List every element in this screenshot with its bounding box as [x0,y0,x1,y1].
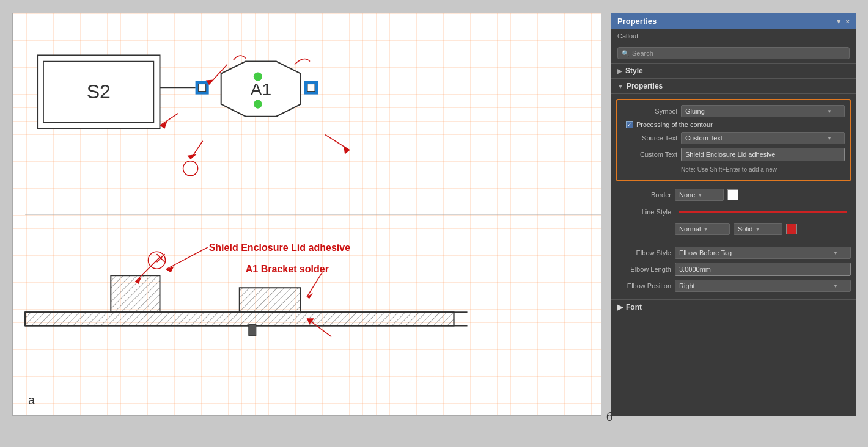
border-dropdown-arrow: ▼ [697,192,702,198]
svg-marker-15 [188,154,197,159]
elbow-position-dropdown[interactable]: Right ▼ [675,280,851,292]
search-icon: 🔍 [622,50,629,57]
custom-text-field[interactable]: Shield Enclosure Lid adhesive [681,148,845,161]
elbow-style-dropdown-container: Elbow Before Tag ▼ [675,247,851,259]
border-line-section: Border None ▼ Line Style Normal ▼ [611,186,856,244]
elbow-length-label: Elbow Length [616,266,671,273]
search-box[interactable]: 🔍 Search [617,47,850,59]
symbol-dropdown-arrow: ▼ [827,109,832,114]
search-placeholder: Search [632,49,653,57]
properties-section-label: Properties [627,82,663,90]
svg-rect-28 [240,288,301,312]
line-color-swatch[interactable] [786,223,797,234]
elbow-length-field-container: 3.0000mm [675,263,851,276]
custom-text-field-container: Shield Enclosure Lid adhesive [681,148,845,161]
processing-label: Processing of the contour [636,121,713,128]
properties-panel: Properties ▼ × Callout 🔍 Search ▶ Style [611,13,856,416]
elbow-section: Elbow Style Elbow Before Tag ▼ Elbow Len… [611,244,856,299]
style-section-header[interactable]: ▶ Style [611,64,856,79]
border-dropdown[interactable]: None ▼ [675,189,724,201]
main-container: S2 A1 [12,13,856,434]
properties-section-header[interactable]: ▼ Properties [611,79,856,94]
processing-checkbox-row[interactable]: ✓ Processing of the contour [622,121,845,128]
panel-header-controls: ▼ × [836,18,850,25]
source-text-label: Source Text [622,134,677,142]
symbol-label: Symbol [622,107,677,115]
svg-marker-18 [344,146,350,154]
svg-rect-10 [307,84,315,92]
panel-header: Properties ▼ × [611,13,856,29]
panel-breadcrumb: Callout [611,29,856,43]
line-normal-arrow: ▼ [703,227,708,232]
custom-text-row: Custom Text Shield Enclosure Lid adhesiv… [622,148,845,161]
elbow-position-value: Right [679,282,695,289]
svg-point-6 [254,100,262,109]
source-text-dropdown-container: Custom Text ▼ [681,132,845,144]
line-normal-dropdown[interactable]: Normal ▼ [675,223,730,235]
svg-text:а: а [28,393,35,407]
font-collapse-arrow: ▶ [617,303,623,311]
border-value: None [679,191,695,198]
svg-rect-9 [199,84,206,92]
svg-text:A1 Bracket solder: A1 Bracket solder [246,263,329,274]
panel-title: Properties [617,16,657,26]
line-solid-arrow: ▼ [755,227,760,232]
elbow-length-row: Elbow Length 3.0000mm [616,263,851,276]
diagram-svg: S2 A1 [13,13,601,415]
border-label: Border [616,191,671,198]
style-collapse-arrow: ▶ [617,68,622,74]
processing-checkbox[interactable]: ✓ [626,121,633,128]
elbow-style-row: Elbow Style Elbow Before Tag ▼ [616,247,851,259]
svg-marker-20 [160,122,167,129]
symbol-value: Gluing [685,107,705,115]
properties-section-content: Symbol Gluing ▼ ✓ Processing of the cont… [616,99,851,181]
search-row: 🔍 Search [611,43,856,64]
svg-line-38 [166,247,208,269]
svg-rect-29 [249,324,256,335]
svg-text:Shield Enclosure Lid adhesive: Shield Enclosure Lid adhesive [209,242,350,253]
elbow-style-label: Elbow Style [616,249,671,256]
font-section-header[interactable]: ▶ Font [611,300,856,314]
elbow-position-row: Elbow Position Right ▼ [616,280,851,292]
source-text-row: Source Text Custom Text ▼ [622,132,845,144]
label-b: б [606,411,612,424]
line-style-label: Line Style [616,208,671,216]
svg-text:S2: S2 [87,81,111,103]
symbol-dropdown-container: Gluing ▼ [681,105,845,117]
line-style-label-row: Line Style [616,206,851,218]
elbow-style-dropdown[interactable]: Elbow Before Tag ▼ [675,247,851,259]
svg-line-41 [307,272,322,297]
note-text: Note: Use Shift+Enter to add a new [622,165,845,175]
source-text-value: Custom Text [685,134,723,142]
font-section: ▶ Font [611,299,856,314]
line-solid-value: Solid [738,225,752,233]
line-style-preview [679,211,847,213]
properties-collapse-arrow: ▼ [617,83,623,90]
diagram-panel: S2 A1 [12,13,601,416]
border-color-swatch[interactable] [727,189,738,200]
elbow-position-dropdown-container: Right ▼ [675,280,851,292]
elbow-position-arrow: ▼ [833,283,838,289]
source-text-dropdown-arrow: ▼ [827,136,832,141]
custom-text-label: Custom Text [622,151,677,158]
elbow-position-label: Elbow Position [616,282,671,289]
symbol-row: Symbol Gluing ▼ [622,105,845,117]
panel-close-button[interactable]: × [846,18,850,25]
line-solid-dropdown[interactable]: Solid ▼ [734,223,782,235]
elbow-length-field[interactable]: 3.0000mm [675,263,851,276]
source-text-dropdown[interactable]: Custom Text ▼ [681,132,845,144]
svg-rect-26 [25,312,454,325]
elbow-style-value: Elbow Before Tag [679,249,732,256]
font-section-label: Font [626,303,642,311]
elbow-style-arrow: ▼ [833,250,838,256]
symbol-dropdown[interactable]: Gluing ▼ [681,105,845,117]
svg-point-16 [183,161,198,176]
svg-point-5 [254,73,262,81]
svg-line-19 [160,114,178,126]
line-style-dropdowns-row: Normal ▼ Solid ▼ [616,220,851,238]
panel-minimize-button[interactable]: ▼ [836,18,842,25]
svg-text:A1: A1 [251,80,271,99]
line-normal-value: Normal [679,225,701,233]
border-row: Border None ▼ [616,186,851,203]
style-section-label: Style [625,67,643,75]
